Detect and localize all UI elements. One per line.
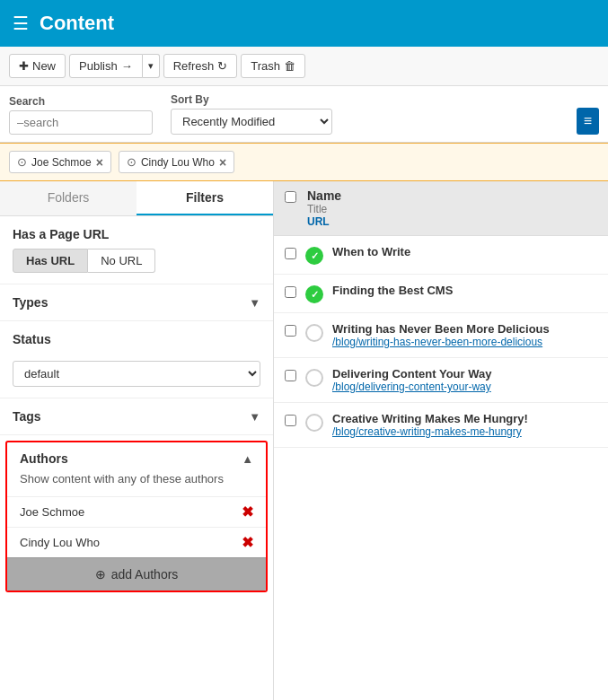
author-remove-joe[interactable]: ✖	[242, 503, 253, 521]
content-item-5: Creative Writing Makes Me Hungry! /blog/…	[274, 403, 608, 448]
content-list-header-name: Name Title URL	[307, 188, 341, 228]
url-filter-title: Has a Page URL	[13, 227, 260, 241]
item-info-4: Delivering Content Your Way /blog/delive…	[332, 367, 597, 393]
no-url-button[interactable]: No URL	[88, 249, 155, 273]
item-url-5[interactable]: /blog/creative-writing-makes-me-hungry	[332, 425, 597, 438]
item-url-4[interactable]: /blog/delivering-content-your-way	[332, 381, 597, 393]
item-title-3: Writing has Never Been More Delicious	[332, 322, 597, 336]
filter-tag-cindy-label: Cindy Lou Who	[141, 156, 215, 169]
item-title-4: Delivering Content Your Way	[332, 367, 597, 381]
authors-header: Authors ▲	[7, 442, 266, 471]
tags-label: Tags	[13, 409, 41, 424]
trash-button[interactable]: Trash 🗑	[241, 54, 305, 78]
search-input[interactable]	[9, 110, 153, 135]
page-title: Content	[40, 12, 114, 35]
author-name-cindy: Cindy Lou Who	[20, 536, 100, 549]
author-name-joe: Joe Schmoe	[20, 505, 84, 519]
item-url-3[interactable]: /blog/writing-has-never-been-more-delici…	[332, 336, 597, 348]
types-section[interactable]: Types ▼	[0, 284, 273, 321]
status-draft-icon-5	[305, 414, 323, 432]
select-all-checkbox[interactable]	[285, 191, 296, 203]
publish-button[interactable]: Publish →	[69, 54, 143, 78]
left-panel: Folders Filters Has a Page URL Has URL N…	[0, 181, 274, 700]
status-published-icon-2	[305, 285, 323, 303]
filter-tag-joe: ⊙ Joe Schmoe ×	[9, 151, 111, 173]
authors-description: Show content with any of these authors	[7, 471, 266, 496]
item-checkbox-1[interactable]	[285, 248, 296, 259]
has-url-button[interactable]: Has URL	[13, 249, 88, 273]
filter-tag-joe-remove[interactable]: ×	[96, 156, 103, 169]
user-icon-joe: ⊙	[17, 155, 27, 169]
toolbar: ✚ New Publish → ▾ Refresh ↻ Trash 🗑	[0, 47, 608, 86]
panel-tabs: Folders Filters	[0, 181, 273, 216]
item-title-1: When to Write	[332, 245, 597, 258]
status-select[interactable]: default published draft archived	[13, 361, 260, 387]
item-info-3: Writing has Never Been More Delicious /b…	[332, 322, 597, 348]
item-info-2: Finding the Best CMS	[332, 284, 597, 297]
tab-filters[interactable]: Filters	[137, 181, 273, 215]
app-header: ☰ Content	[0, 0, 608, 47]
content-list-header: Name Title URL	[274, 181, 608, 236]
sort-label: Sort By	[171, 93, 332, 106]
main-content: Folders Filters Has a Page URL Has URL N…	[0, 181, 608, 700]
tags-chevron-icon: ▼	[249, 410, 260, 424]
search-group: Search	[9, 95, 153, 135]
new-button[interactable]: ✚ New	[9, 54, 66, 78]
scroll-up-icon: ▲	[242, 452, 253, 466]
publish-dropdown-button[interactable]: ▾	[143, 54, 160, 78]
grid-icon: ≡	[584, 113, 592, 128]
types-chevron-icon: ▼	[249, 296, 260, 310]
author-item-cindy: Cindy Lou Who ✖	[7, 527, 266, 557]
active-filters-bar: ⊙ Joe Schmoe × ⊙ Cindy Lou Who ×	[0, 143, 608, 181]
grid-view-button[interactable]: ≡	[577, 108, 599, 135]
content-item-3: Writing has Never Been More Delicious /b…	[274, 313, 608, 358]
status-draft-icon-3	[305, 324, 323, 342]
filter-tag-joe-label: Joe Schmoe	[31, 156, 92, 169]
trash-icon: 🗑	[284, 59, 295, 73]
plus-icon: ✚	[19, 59, 29, 73]
tab-folders[interactable]: Folders	[0, 181, 137, 215]
search-label: Search	[9, 95, 153, 108]
status-section: Status default published draft archived	[0, 321, 273, 398]
content-item-4: Delivering Content Your Way /blog/delive…	[274, 358, 608, 403]
author-item-joe: Joe Schmoe ✖	[7, 496, 266, 527]
add-authors-button[interactable]: ⊕ add Authors	[7, 557, 266, 591]
content-item-2: Finding the Best CMS	[274, 275, 608, 313]
author-remove-cindy[interactable]: ✖	[242, 534, 253, 551]
status-label: Status	[13, 332, 260, 346]
search-bar: Search Sort By Recently Modified Name Da…	[0, 86, 608, 143]
item-checkbox-4[interactable]	[285, 370, 296, 381]
types-header: Types ▼	[13, 295, 260, 310]
authors-title: Authors	[20, 451, 68, 466]
filter-tag-cindy-remove[interactable]: ×	[219, 156, 226, 169]
item-title-5: Creative Writing Makes Me Hungry!	[332, 412, 597, 425]
item-checkbox-3[interactable]	[285, 325, 296, 337]
item-info-1: When to Write	[332, 245, 597, 258]
url-filter-section: Has a Page URL Has URL No URL	[0, 216, 273, 284]
refresh-button[interactable]: Refresh ↻	[163, 54, 238, 78]
add-authors-plus-icon: ⊕	[95, 567, 106, 582]
item-checkbox-5[interactable]	[285, 415, 296, 426]
filter-tag-cindy: ⊙ Cindy Lou Who ×	[119, 151, 234, 173]
url-buttons: Has URL No URL	[13, 249, 260, 273]
item-info-5: Creative Writing Makes Me Hungry! /blog/…	[332, 412, 597, 438]
right-panel: Name Title URL When to Write Finding the…	[274, 181, 608, 700]
item-title-2: Finding the Best CMS	[332, 284, 597, 297]
user-icon-cindy: ⊙	[127, 155, 137, 169]
publish-group: Publish → ▾	[69, 54, 160, 78]
arrow-icon: →	[121, 59, 133, 73]
sort-group: Sort By Recently Modified Name Date Crea…	[171, 93, 332, 135]
item-checkbox-2[interactable]	[285, 286, 296, 298]
authors-section: Authors ▲ Show content with any of these…	[5, 441, 268, 592]
refresh-icon: ↻	[217, 59, 227, 73]
content-item-1: When to Write	[274, 236, 608, 275]
status-draft-icon-4	[305, 369, 323, 387]
types-label: Types	[13, 295, 48, 310]
tags-section[interactable]: Tags ▼	[0, 398, 273, 435]
status-published-icon-1	[305, 247, 323, 265]
menu-icon[interactable]: ☰	[13, 13, 29, 34]
tags-header: Tags ▼	[13, 409, 260, 424]
sort-select[interactable]: Recently Modified Name Date Created Date…	[171, 109, 332, 135]
